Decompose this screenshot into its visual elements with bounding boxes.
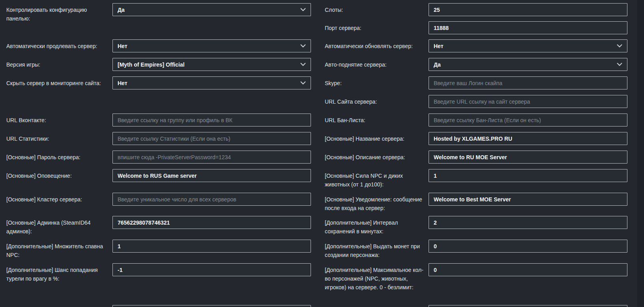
field-label: URL Сайта сервера:: [325, 95, 429, 106]
form-row: URL Бан-Листа:: [325, 113, 627, 127]
partial-bottom-right-input[interactable]: [429, 305, 627, 307]
form-row: Skype:: [325, 76, 627, 89]
select-value: Да: [434, 61, 441, 68]
login-notification-input[interactable]: [429, 193, 627, 206]
form-row: [Основные] Описание сервера:: [325, 151, 627, 164]
field-label: Авто-поднятие сервера:: [325, 58, 429, 69]
field-label: Автоматически обновлять сервер:: [325, 39, 429, 50]
chevron-down-icon: [300, 44, 306, 48]
admin-steamid-input[interactable]: [112, 216, 311, 229]
form-row: Контролировать конфигурацию панелью: Да: [6, 3, 311, 23]
field-label: [Основные] Название сервера:: [325, 132, 429, 143]
field-label: Skype:: [325, 76, 429, 87]
form-row: [Дополнительные] Множитель спавна NPC:: [6, 240, 311, 259]
field-label: [Основные] Уведомление: сообщение после …: [325, 193, 429, 212]
form-row: URL Вконтакте:: [6, 113, 311, 127]
field-label: URL Вконтакте:: [6, 113, 112, 125]
form-row: [Основные] Админка (SteamID64 админов):: [6, 216, 311, 236]
form-row: URL Статистики:: [6, 132, 311, 145]
field-label: [Дополнительные] Интервал сохранений в м…: [325, 216, 429, 236]
select-value: [Myth of Empires] Official: [118, 61, 185, 68]
field-label: [6, 305, 112, 307]
partial-bottom-left-input[interactable]: [112, 305, 311, 307]
control-panel-config-select[interactable]: Да: [112, 3, 311, 16]
npc-spawn-multiplier-input[interactable]: [112, 240, 311, 253]
max-characters-input[interactable]: [429, 263, 627, 276]
form-row: Автоматически обновлять сервер: Нет: [325, 39, 627, 52]
chevron-down-icon: [300, 8, 306, 11]
server-config-form: Контролировать конфигурацию панелью: Да …: [0, 0, 644, 307]
ban-list-url-input[interactable]: [429, 113, 627, 127]
field-label: Порт сервера:: [325, 21, 429, 32]
field-label: Версия игры:: [6, 58, 112, 69]
chevron-down-icon: [300, 63, 306, 66]
field-label: [Дополнительные] Выдать монет при создан…: [325, 240, 429, 259]
form-row: [Дополнительные] Выдать монет при создан…: [325, 240, 627, 259]
server-port-input[interactable]: [429, 21, 627, 34]
form-row: [Основные] Уведомление: сообщение после …: [325, 193, 627, 212]
form-row: Авто-поднятие сервера: Да: [325, 58, 627, 71]
server-description-input[interactable]: [429, 151, 627, 164]
field-label: [Основные] Пароль сервера:: [6, 151, 112, 162]
auto-update-server-select[interactable]: Нет: [429, 39, 627, 52]
field-label: Контролировать конфигурацию панелью:: [6, 3, 112, 23]
select-value: Нет: [118, 43, 127, 49]
field-label: [325, 305, 429, 307]
form-row: [Основные] Пароль сервера:: [6, 151, 311, 164]
field-label: Скрыть сервер в мониторинге сайта:: [6, 76, 112, 87]
form-row: [Основные] Сила NPC и диких животных (от…: [325, 169, 627, 189]
form-row: Слоты:: [325, 3, 627, 16]
field-label: [Основные] Описание сервера:: [325, 151, 429, 162]
field-label: [Дополнительные] Множитель спавна NPC:: [6, 240, 112, 259]
stats-url-input[interactable]: [112, 132, 311, 145]
field-label: [Основные] Кластер сервера:: [6, 193, 112, 204]
field-label: URL Статистики:: [6, 132, 112, 143]
field-label: [Основные] Оповещение:: [6, 169, 112, 180]
form-row: [Дополнительные] Интервал сохранений в м…: [325, 216, 627, 236]
form-row: Версия игры: [Myth of Empires] Official: [6, 58, 311, 71]
server-site-url-input[interactable]: [429, 95, 627, 108]
form-row: [Дополнительные] Максимальное кол-во пер…: [325, 263, 627, 292]
chevron-down-icon: [617, 63, 622, 66]
select-value: Нет: [118, 80, 127, 86]
save-interval-input[interactable]: [429, 216, 627, 229]
form-row: Скрыть сервер в мониторинге сайта: Нет: [6, 76, 311, 89]
select-value: Да: [118, 7, 125, 13]
form-row: [Основные] Кластер сервера:: [6, 193, 311, 206]
form-row: [6, 305, 311, 307]
form-row: Порт сервера:: [325, 21, 627, 34]
form-row: URL Сайта сервера:: [325, 95, 627, 108]
game-version-select[interactable]: [Myth of Empires] Official: [112, 58, 311, 71]
select-value: Нет: [434, 43, 444, 49]
field-label: [Дополнительные] Шанс попадания турели п…: [6, 263, 112, 283]
server-cluster-input[interactable]: [112, 193, 311, 206]
field-label: Автоматически продлевать сервер:: [6, 39, 112, 50]
form-row: [Основные] Оповещение:: [6, 169, 311, 182]
server-password-input[interactable]: [112, 151, 311, 164]
form-row: [Дополнительные] Шанс попадания турели п…: [6, 263, 311, 283]
field-label: [Основные] Сила NPC и диких животных (от…: [325, 169, 429, 189]
field-label: [Основные] Админка (SteamID64 админов):: [6, 216, 112, 236]
auto-renew-server-select[interactable]: Нет: [112, 39, 311, 52]
form-row: Автоматически продлевать сервер: Нет: [6, 39, 311, 52]
npc-strength-input[interactable]: [429, 169, 627, 182]
field-label: Слоты:: [325, 3, 429, 14]
form-row: [325, 305, 627, 307]
turret-hit-chance-input[interactable]: [112, 263, 311, 276]
starting-coins-input[interactable]: [429, 240, 627, 253]
chevron-down-icon: [617, 44, 622, 48]
scrollbar-track[interactable]: [637, 0, 644, 307]
skype-input[interactable]: [429, 76, 627, 89]
form-row: [Основные] Название сервера:: [325, 132, 627, 145]
chevron-down-icon: [300, 81, 306, 85]
server-name-input[interactable]: [429, 132, 627, 145]
hide-server-monitoring-select[interactable]: Нет: [112, 76, 311, 89]
announcement-input[interactable]: [112, 169, 311, 182]
field-label: URL Бан-Листа:: [325, 113, 429, 125]
field-label: [Дополнительные] Максимальное кол-во пер…: [325, 263, 429, 292]
vk-url-input[interactable]: [112, 113, 311, 127]
slots-input[interactable]: [429, 3, 627, 16]
auto-restart-server-select[interactable]: Да: [429, 58, 627, 71]
